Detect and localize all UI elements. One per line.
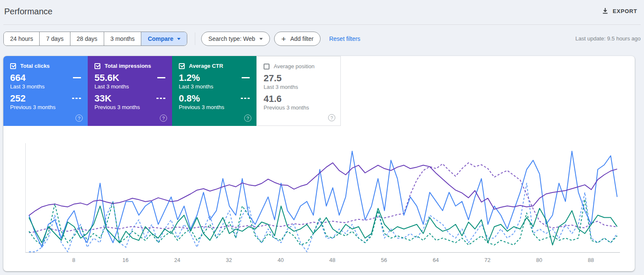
performance-panel: Total clicks 664 Last 3 months 252 Previ… — [3, 56, 635, 271]
performance-line-chart[interactable] — [25, 143, 620, 253]
export-button[interactable]: EXPORT — [602, 8, 637, 14]
x-tick-label: 8 — [72, 257, 75, 263]
x-tick-label: 16 — [122, 257, 128, 263]
x-tick-label: 64 — [433, 257, 439, 263]
x-tick-label: 32 — [226, 257, 232, 263]
card-label: Total impressions — [105, 63, 151, 69]
total-impressions-card[interactable]: Total impressions 55.6K Last 3 months 33… — [88, 56, 172, 126]
card-label: Average CTR — [189, 63, 223, 69]
add-filter-button[interactable]: + Add filter — [274, 32, 321, 46]
total-clicks-checkbox[interactable] — [10, 63, 16, 69]
solid-line-legend-icon — [157, 77, 165, 78]
x-tick-label: 56 — [381, 257, 387, 263]
help-icon[interactable]: ? — [160, 115, 167, 122]
help-icon[interactable]: ? — [244, 115, 251, 122]
previous-period: Previous 3 months — [10, 104, 56, 110]
reset-filters-link[interactable]: Reset filters — [329, 35, 360, 42]
solid-line-legend-icon — [242, 77, 250, 78]
average-ctr-card[interactable]: Average CTR 1.2% Last 3 months 0.8% Prev… — [172, 56, 256, 126]
previous-value: 41.6 — [264, 94, 309, 104]
previous-value: 252 — [10, 93, 56, 104]
filter-divider — [195, 32, 195, 45]
filter-bar: 24 hours 7 days 28 days 3 months Compare… — [3, 32, 360, 46]
dashed-line-legend-icon — [241, 98, 250, 99]
metric-cards: Total clicks 664 Last 3 months 252 Previ… — [3, 56, 341, 126]
date-range-group: 24 hours 7 days 28 days 3 months Compare — [3, 32, 187, 46]
range-7-days-button[interactable]: 7 days — [39, 32, 70, 45]
x-tick-label: 24 — [174, 257, 180, 263]
page-title: Performance — [4, 7, 53, 16]
total-clicks-card[interactable]: Total clicks 664 Last 3 months 252 Previ… — [3, 56, 88, 126]
help-icon[interactable]: ? — [75, 115, 83, 122]
total-impressions-checkbox[interactable] — [94, 63, 100, 69]
current-value: 664 — [10, 73, 45, 83]
search-type-label: Search type: Web — [208, 35, 255, 42]
last-update-text: Last update: 9.5 hours ago — [575, 35, 641, 42]
dashed-line-legend-icon — [156, 98, 165, 99]
current-period: Last 3 months — [264, 84, 298, 90]
search-type-dropdown[interactable]: Search type: Web — [201, 32, 270, 46]
series-total-clicks-last-3-months — [29, 151, 617, 247]
compare-label: Compare — [148, 35, 173, 42]
export-label: EXPORT — [613, 8, 637, 14]
current-period: Last 3 months — [10, 83, 45, 90]
x-tick-label: 48 — [329, 257, 335, 263]
series-total-clicks-previous-3-months — [29, 183, 617, 252]
current-period: Last 3 months — [94, 83, 129, 90]
solid-line-legend-icon — [73, 77, 81, 78]
dashed-line-legend-icon — [72, 98, 81, 99]
current-value: 55.6K — [94, 73, 129, 83]
chevron-down-icon — [177, 38, 181, 40]
download-icon — [602, 8, 609, 14]
x-tick-label: 72 — [485, 257, 490, 263]
previous-value: 0.8% — [179, 93, 224, 104]
x-tick-label: 40 — [278, 257, 283, 263]
range-24-hours-button[interactable]: 24 hours — [4, 32, 39, 45]
x-tick-label: 88 — [588, 257, 594, 263]
range-3-months-button[interactable]: 3 months — [104, 32, 141, 45]
header-divider — [3, 24, 641, 25]
x-tick-label: 80 — [536, 257, 542, 263]
x-axis-labels: 816243240485664728088 — [25, 257, 620, 265]
chart-canvas — [26, 143, 620, 253]
current-value: 27.5 — [264, 73, 298, 83]
previous-period: Previous 3 months — [94, 104, 140, 110]
average-position-card[interactable]: Average position 27.5 Last 3 months 41.6… — [256, 56, 341, 126]
card-label: Average position — [274, 63, 315, 69]
current-value: 1.2% — [179, 73, 213, 83]
plus-icon: + — [281, 35, 286, 43]
range-28-days-button[interactable]: 28 days — [70, 32, 104, 45]
help-icon[interactable]: ? — [328, 114, 335, 121]
add-filter-label: Add filter — [290, 35, 313, 42]
previous-value: 33K — [94, 93, 140, 104]
compare-dropdown-button[interactable]: Compare — [141, 32, 187, 45]
average-ctr-checkbox[interactable] — [179, 63, 185, 69]
chevron-down-icon — [259, 38, 263, 40]
previous-period: Previous 3 months — [179, 104, 224, 110]
current-period: Last 3 months — [179, 83, 213, 90]
previous-period: Previous 3 months — [264, 104, 309, 111]
average-position-checkbox[interactable] — [264, 64, 269, 69]
card-label: Total clicks — [20, 63, 50, 69]
